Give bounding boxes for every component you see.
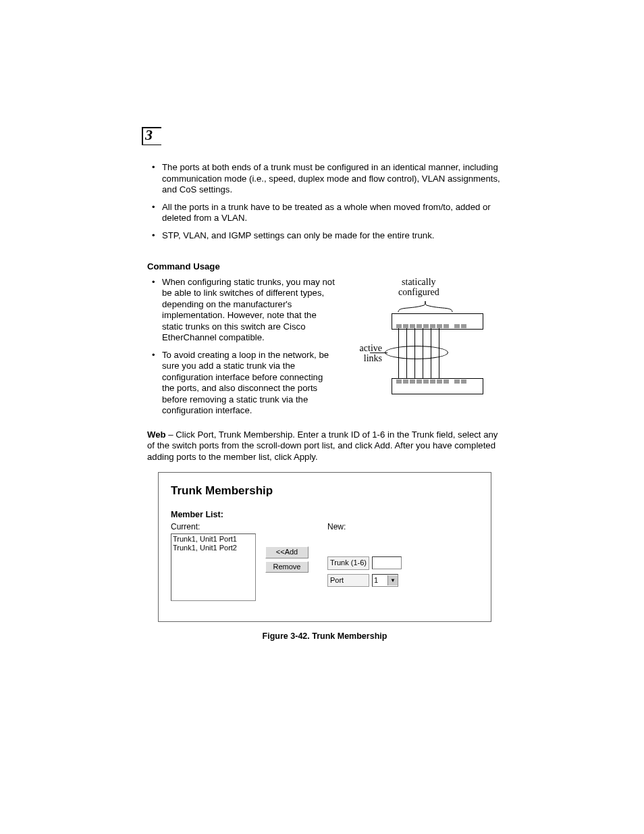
intro-bullet-list: The ports at both ends of a trunk must b… — [147, 162, 502, 241]
list-item: When configuring static trunks, you may … — [147, 277, 336, 344]
list-item: To avoid creating a loop in the network,… — [147, 350, 336, 417]
active-leader-line — [370, 353, 387, 353]
trunk-diagram: statically configured — [344, 277, 486, 405]
port-field-label: Port — [327, 574, 369, 588]
new-label: New: — [327, 522, 479, 532]
brace-icon — [397, 301, 454, 313]
label-line: active — [360, 343, 382, 353]
web-instructions: Web – Click Port, Trunk Membership. Ente… — [147, 429, 502, 463]
remove-button[interactable]: Remove — [265, 561, 308, 573]
chapter-number-badge: 3 — [142, 127, 161, 145]
usage-bullet-list: When configuring static trunks, you may … — [147, 277, 336, 417]
link-bundle-ellipse — [385, 346, 448, 359]
figure-caption: Figure 3-42. Trunk Membership — [147, 631, 502, 642]
static-config-label: statically configured — [398, 277, 439, 298]
label-line: configured — [398, 287, 439, 297]
switch-ports — [396, 380, 466, 384]
switch-bottom — [392, 378, 483, 394]
active-links-label: active links — [344, 343, 382, 364]
current-column: Current: Trunk1, Unit1 Port1 Trunk1, Uni… — [171, 522, 259, 601]
document-page: 3 The ports at both ends of a trunk must… — [0, 0, 644, 834]
list-item[interactable]: Trunk1, Unit1 Port2 — [173, 544, 254, 552]
list-item: STP, VLAN, and IGMP settings can only be… — [147, 230, 502, 242]
list-item: All the ports in a trunk have to be trea… — [147, 202, 502, 224]
usage-right-column: statically configured — [344, 277, 502, 423]
usage-left-column: When configuring static trunks, you may … — [147, 277, 336, 423]
label-line: statically — [402, 277, 436, 287]
new-column: New: Trunk (1-6) Port 1 ▼ — [323, 522, 479, 601]
screenshot-frame: Trunk Membership Member List: Current: T… — [158, 472, 491, 622]
member-listbox[interactable]: Trunk1, Unit1 Port1 Trunk1, Unit1 Port2 — [171, 533, 256, 601]
list-item[interactable]: Trunk1, Unit1 Port1 — [173, 535, 254, 544]
button-column: <<Add Remove — [259, 522, 323, 601]
trunk-field-row: Trunk (1-6) — [327, 556, 479, 570]
chevron-down-icon[interactable]: ▼ — [387, 575, 398, 585]
current-label: Current: — [171, 522, 259, 532]
port-dropdown[interactable]: 1 ▼ — [372, 574, 398, 587]
port-dropdown-value: 1 — [373, 576, 387, 585]
web-lead: Web — [147, 429, 166, 440]
switch-top — [392, 313, 483, 330]
screenshot-content: Trunk Membership Member List: Current: T… — [159, 473, 491, 621]
add-button[interactable]: <<Add — [265, 546, 308, 558]
label-line: links — [364, 353, 382, 363]
trunk-field-label: Trunk (1-6) — [327, 556, 369, 570]
usage-row: When configuring static trunks, you may … — [147, 277, 502, 423]
trunk-input[interactable] — [372, 556, 402, 569]
web-text: – Click Port, Trunk Membership. Enter a … — [147, 429, 498, 462]
panel-title: Trunk Membership — [171, 484, 479, 498]
section-heading: Command Usage — [147, 261, 502, 273]
panel-layout: Current: Trunk1, Unit1 Port1 Trunk1, Uni… — [171, 522, 479, 601]
port-field-row: Port 1 ▼ — [327, 574, 479, 588]
member-list-label: Member List: — [171, 510, 479, 521]
list-item: The ports at both ends of a trunk must b… — [147, 162, 502, 196]
